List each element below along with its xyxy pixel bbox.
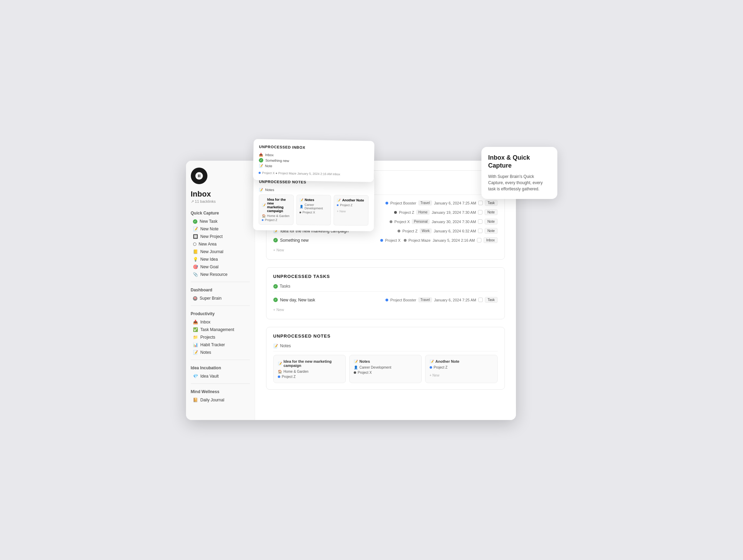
unprocessed-tasks-section: UNPROCESSED TASKS ✓ Tasks ✓ New day, New…	[266, 267, 505, 319]
checkbox-3[interactable]	[478, 219, 482, 224]
goal-icon: 🎯	[193, 264, 198, 269]
ut-tag-pill-1: Travel	[418, 297, 432, 302]
habit-icon: 📊	[193, 342, 198, 347]
sidebar-item-projects[interactable]: 📁 Projects	[191, 333, 250, 341]
type-badge-5: Inbox	[483, 237, 497, 243]
note-tag-1b: Project Z	[278, 375, 341, 379]
home-icon: 🏠	[278, 370, 282, 373]
unprocessed-task-item-1[interactable]: ✓ New day, New task Project Booster Trav…	[273, 295, 498, 304]
note-tag-1a: 🏠 Home & Garden	[278, 370, 341, 373]
tag-pill-3: Personal	[412, 219, 429, 224]
note-card-icon-1: 📝	[278, 362, 282, 366]
sidebar-item-new-idea[interactable]: 💡 New Idea	[191, 256, 250, 263]
sidebar-item-habit-tracker[interactable]: 📊 Habit Tracker	[191, 341, 250, 349]
mind-label: Mind Wellness	[191, 389, 250, 394]
dashboard-label: Dashboard	[191, 288, 250, 292]
sidebar-item-daily-journal[interactable]: 📔 Daily Journal	[191, 396, 250, 404]
checkbox-1[interactable]	[478, 201, 483, 205]
sidebar-item-new-note[interactable]: 📝 New Note	[191, 225, 250, 233]
unprocessed-note-card-3[interactable]: 📝 Another Note Project Z + New	[425, 355, 498, 383]
floating-note-tag-3a: Project Z	[337, 203, 365, 207]
sidebar-item-task-management[interactable]: ✅ Task Management	[191, 326, 250, 333]
floating-inbox-title: UNPROCESSED INBOX	[259, 144, 369, 151]
floating-inbox-meta: Project X ● Project Maze January 5, 2024…	[262, 171, 340, 176]
page-title: Inbox	[191, 190, 250, 199]
sidebar-item-super-brain[interactable]: 🧠 Super Brain	[191, 294, 250, 302]
project-dot-2	[394, 211, 397, 214]
project-dot-nc1b	[278, 376, 280, 378]
type-badge-3: Note	[485, 219, 497, 224]
type-badge-4: Note	[485, 228, 497, 234]
idea-icon: 💡	[193, 257, 198, 262]
logo-icon	[195, 171, 204, 180]
notes-edit-icon: 📝	[273, 344, 278, 348]
floating-notes-grid: 📝 Idea for the new marketing campaign 🏠 …	[258, 194, 369, 226]
tasks-label: ✓ Tasks	[273, 284, 498, 292]
add-note-card-btn[interactable]: + New	[430, 373, 493, 377]
note-edit-icon: 📝	[193, 227, 198, 231]
project-icon: 🔲	[193, 234, 198, 239]
ut-type-badge-1: Task	[485, 297, 498, 303]
recently-added-item-5[interactable]: ✓ Something new Project X Project Maze J…	[273, 236, 498, 245]
unprocessed-notes-section: UNPROCESSED NOTES 📝 Notes 📝 Idea for the…	[266, 327, 505, 390]
productivity-label: Productivity	[191, 311, 250, 316]
type-badge-2: Note	[485, 209, 497, 215]
sidebar-item-notes[interactable]: 📝 Notes	[191, 349, 250, 356]
area-icon: ⬡	[193, 242, 196, 247]
check-icon: ✓	[258, 158, 263, 162]
project-dot-3	[390, 220, 392, 223]
ut-checkbox-1[interactable]	[478, 298, 483, 302]
unprocessed-note-title-3: 📝 Another Note	[430, 359, 493, 363]
unprocessed-tasks-title: UNPROCESSED TASKS	[273, 274, 498, 279]
floating-notes-card: UNPROCESSED NOTES 📝 Notes 📝 Idea for the…	[253, 174, 374, 231]
career-icon: 👤	[354, 366, 358, 369]
tasks-check-icon: ✓	[273, 284, 278, 289]
project-dot-5	[380, 239, 383, 242]
floating-note-card-1: 📝 Idea for the new marketing campaign 🏠 …	[258, 194, 293, 225]
floating-note-tag-1b: Project Z	[262, 218, 290, 222]
checkbox-2[interactable]	[478, 210, 482, 214]
info-card-title: Inbox & Quick Capture	[488, 154, 550, 170]
floating-note-card-3: 📝 Another Note Project Z + New	[333, 195, 368, 226]
task-icon: ✓	[193, 219, 197, 224]
task-check-icon-ut1: ✓	[273, 298, 278, 302]
idea-label: Idea Incubation	[191, 366, 250, 370]
project-dot-1	[385, 202, 388, 204]
checkbox-4[interactable]	[478, 229, 482, 233]
unprocessed-note-card-2[interactable]: 📝 Notes 👤 Career Development Project X	[349, 355, 422, 383]
project-dot-nc2b	[354, 371, 356, 374]
quick-capture-label: Quick Capture	[191, 211, 250, 216]
sidebar-item-inbox[interactable]: 📥 Inbox	[191, 318, 250, 326]
notes-icon: 📝	[193, 350, 198, 355]
sidebar-item-new-project[interactable]: 🔲 New Project	[191, 233, 250, 240]
note-card-icon-2: 📝	[354, 360, 358, 363]
floating-inbox-card: UNPROCESSED INBOX 📥 Inbox ✓ Something ne…	[253, 139, 374, 182]
recently-added-new-btn[interactable]: + New	[273, 247, 498, 253]
sidebar-item-new-task[interactable]: ✓ New Task	[191, 218, 250, 225]
tag-pill-4: Work	[420, 228, 432, 233]
sidebar-item-new-journal[interactable]: 📒 New Journal	[191, 248, 250, 256]
sidebar-item-idea-vault[interactable]: 💎 Idea Vault	[191, 372, 250, 380]
unprocessed-note-card-1[interactable]: 📝 Idea for the new marketing campaign 🏠 …	[273, 355, 346, 383]
unprocessed-tasks-new-btn[interactable]: + New	[273, 307, 498, 313]
sidebar-item-new-area[interactable]: ⬡ New Area	[191, 240, 250, 248]
add-note-btn[interactable]: + New	[337, 210, 365, 213]
sidebar-divider-2	[191, 306, 250, 306]
note-card-icon-3: 📝	[430, 360, 434, 363]
checkbox-5[interactable]	[477, 238, 481, 242]
sidebar-item-new-resource[interactable]: 📎 New Resource	[191, 271, 250, 278]
resource-icon: 📎	[193, 272, 198, 277]
type-badge-1: Task	[485, 200, 498, 206]
projects-icon: 📁	[193, 335, 198, 340]
task-mgmt-icon: ✅	[193, 327, 198, 332]
floating-notes-label: 📝 Notes	[259, 187, 369, 193]
sidebar-divider-4	[191, 383, 250, 384]
backlinks: ↗ 11 backlinks	[191, 199, 250, 204]
project-dot-5b	[404, 239, 407, 242]
unprocessed-notes-grid: 📝 Idea for the new marketing campaign 🏠 …	[273, 355, 498, 383]
floating-note-tag-1a: 🏠 Home & Garden	[262, 214, 290, 218]
inbox-icon: 📥	[193, 320, 198, 324]
note-tag-2b: Project X	[354, 371, 417, 374]
tag-pill-2: Home	[416, 210, 430, 215]
sidebar-item-new-goal[interactable]: 🎯 New Goal	[191, 263, 250, 271]
